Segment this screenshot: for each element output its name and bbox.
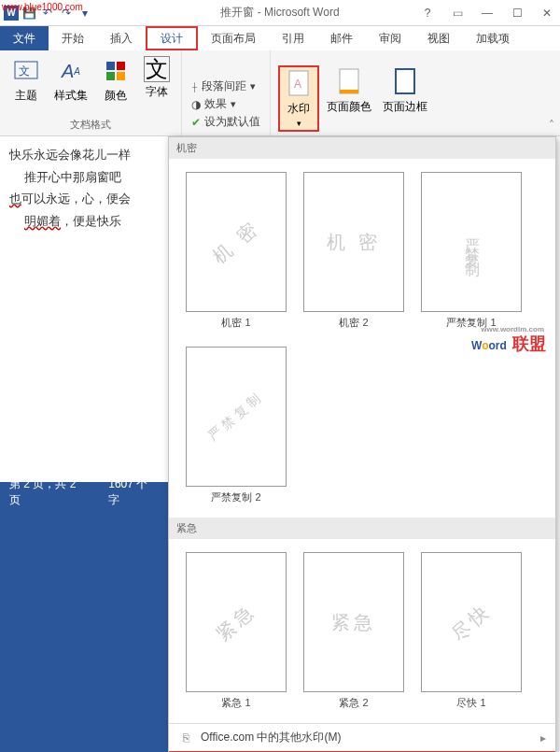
set-default-button[interactable]: ✔设为默认值 — [191, 114, 260, 130]
watermark-option-yj2[interactable]: 严禁复制 严禁复制 2 — [186, 347, 287, 504]
set-default-label: 设为默认值 — [204, 114, 260, 130]
wm-preview-text: 紧急 — [211, 598, 261, 646]
watermark-option-jm1[interactable]: 机 密 机密 1 — [186, 172, 287, 330]
minimize-icon[interactable]: — — [478, 7, 497, 20]
para-spacing-icon: ⟊ — [191, 80, 198, 93]
tab-design[interactable]: 设计 — [146, 26, 198, 50]
themes-button[interactable]: 文 主题 — [7, 54, 45, 106]
page-color-icon — [334, 67, 364, 97]
svg-text:A: A — [294, 78, 301, 91]
page-border-button[interactable]: 页面边框 — [379, 65, 431, 132]
tab-home[interactable]: 开始 — [49, 26, 97, 50]
svg-rect-10 — [396, 69, 414, 93]
effects-button[interactable]: ◑效果 ▾ — [191, 96, 260, 112]
fonts-icon: 文 — [144, 56, 170, 82]
wm-preview-text: 机 密 — [327, 230, 381, 255]
doc-wavy: 明媚着 — [24, 214, 61, 228]
gallery-section-confidential: 机密 — [169, 137, 555, 159]
help-icon[interactable]: ? — [418, 7, 437, 20]
gallery-footer: ⎘ Office.com 中的其他水印(M) ▸ 🗎 自定义水印(W)... 🗙… — [169, 723, 555, 752]
colors-label: 颜色 — [105, 88, 127, 104]
fonts-label: 字体 — [146, 84, 168, 100]
tab-view[interactable]: 视图 — [414, 26, 463, 50]
word-count[interactable]: 1607 个字 — [108, 476, 159, 508]
wm-label: 尽快 1 — [456, 696, 485, 710]
svg-rect-5 — [117, 72, 125, 80]
wordlm-logo: www.wordlm.com Woord 联盟 — [471, 331, 546, 355]
url-watermark: www.blue1000.com — [2, 2, 83, 12]
styleset-icon: AA — [56, 56, 86, 86]
wm-label: 紧急 1 — [221, 696, 250, 710]
wm-label: 机密 2 — [339, 316, 368, 330]
ribbon-display-icon[interactable]: ▭ — [448, 7, 467, 20]
document-text[interactable]: 快乐永远会像花儿一样 推开心中那扇窗吧 也可以永远，心，便会 明媚着，便是快乐 — [0, 136, 168, 482]
gallery-section-urgent: 紧急 — [169, 518, 555, 539]
themes-label: 主题 — [15, 88, 37, 104]
maximize-icon[interactable]: ☐ — [508, 7, 526, 20]
title-bar: W 💾 ↶ ↷ ▾ 推开窗 - Microsoft Word ? ▭ — ☐ ✕ — [0, 0, 560, 26]
wm-preview-text: 紧急 — [331, 610, 376, 635]
effects-label: 效果 — [204, 96, 227, 112]
chevron-down-icon: ▾ — [297, 119, 301, 128]
page-indicator[interactable]: 第 2 页，共 2 页 — [9, 476, 90, 508]
colors-button[interactable]: 颜色 — [97, 54, 134, 106]
tab-file[interactable]: 文件 — [0, 26, 49, 50]
doc-line: 可以永远，心，便会 — [21, 192, 131, 206]
tab-review[interactable]: 审阅 — [366, 26, 414, 50]
close-icon[interactable]: ✕ — [538, 7, 556, 20]
svg-rect-2 — [106, 62, 115, 70]
svg-rect-4 — [106, 72, 115, 80]
logo-o: o — [482, 339, 488, 352]
page-color-button[interactable]: 页面颜色 — [323, 65, 375, 132]
effects-icon: ◑ — [191, 98, 201, 111]
tab-mailings[interactable]: 邮件 — [317, 26, 366, 50]
watermark-label: 水印 — [287, 101, 310, 117]
watermark-option-jj1[interactable]: 紧急 紧急 1 — [186, 552, 287, 710]
office-label: Office.com 中的其他水印(M) — [201, 730, 341, 745]
doc-line: 推开心中那扇窗吧 — [9, 170, 121, 184]
page-border-label: 页面边框 — [383, 99, 427, 115]
window-title: 推开窗 - Microsoft Word — [220, 5, 339, 21]
styleset-label: 样式集 — [54, 88, 88, 104]
themes-icon: 文 — [11, 56, 41, 86]
watermark-button[interactable]: A 水印 ▾ — [278, 65, 319, 132]
watermark-option-jj2[interactable]: 紧急 紧急 2 — [303, 552, 404, 710]
office-icon: ⎘ — [178, 731, 193, 745]
wm-preview-text: 尽快 — [446, 598, 497, 646]
ribbon: 文 主题 AA 样式集 颜色 文 字体 文档格式 ⟊段落间距 ▾ ◑效果 ▾ ✔… — [0, 50, 560, 136]
para-spacing-label: 段落间距 — [202, 78, 246, 94]
watermark-option-jk1[interactable]: 尽快 尽快 1 — [421, 552, 522, 710]
wm-label: 严禁复制 2 — [211, 490, 260, 504]
watermark-icon: A — [284, 69, 314, 99]
background-area — [0, 503, 168, 752]
wm-preview-text: 严禁复制 — [462, 227, 482, 257]
para-spacing-button[interactable]: ⟊段落间距 ▾ — [191, 78, 260, 94]
logo-rd: ord — [489, 339, 507, 352]
doc-line: ，便是快乐 — [61, 214, 121, 228]
fonts-button[interactable]: 文 字体 — [140, 54, 174, 102]
doc-format-label: 文档格式 — [70, 118, 111, 134]
tab-references[interactable]: 引用 — [269, 26, 317, 50]
watermark-option-yj1[interactable]: 严禁复制 严禁复制 1 — [421, 172, 522, 330]
tab-addins[interactable]: 加载项 — [463, 26, 523, 50]
doc-line: 快乐永远会像花儿一样 — [9, 148, 131, 162]
watermark-gallery: 机密 机 密 机密 1 机 密 机密 2 严禁复制 严禁复制 1 严禁复制 严禁… — [168, 136, 556, 752]
svg-text:文: 文 — [19, 64, 30, 78]
logo-w: W — [471, 339, 482, 352]
page-color-label: 页面颜色 — [327, 99, 371, 115]
wm-label: 紧急 2 — [339, 696, 368, 710]
wm-preview-text: 机 密 — [207, 215, 264, 269]
wm-label: 机密 1 — [221, 316, 250, 330]
tab-insert[interactable]: 插入 — [97, 26, 146, 50]
tab-layout[interactable]: 页面布局 — [198, 26, 269, 50]
logo-lm: 联盟 — [512, 334, 546, 353]
doc-wavy: 也 — [9, 192, 21, 206]
styleset-button[interactable]: AA 样式集 — [50, 54, 91, 106]
page-border-icon — [390, 67, 420, 97]
office-watermarks-link[interactable]: ⎘ Office.com 中的其他水印(M) ▸ — [169, 724, 555, 751]
collapse-ribbon-icon[interactable]: ˄ — [549, 119, 554, 132]
window-controls: ? ▭ — ☐ ✕ — [418, 7, 556, 20]
ribbon-tabs: 文件 开始 插入 设计 页面布局 引用 邮件 审阅 视图 加载项 — [0, 26, 560, 50]
watermark-option-jm2[interactable]: 机 密 机密 2 — [303, 172, 404, 330]
svg-rect-9 — [340, 90, 358, 93]
